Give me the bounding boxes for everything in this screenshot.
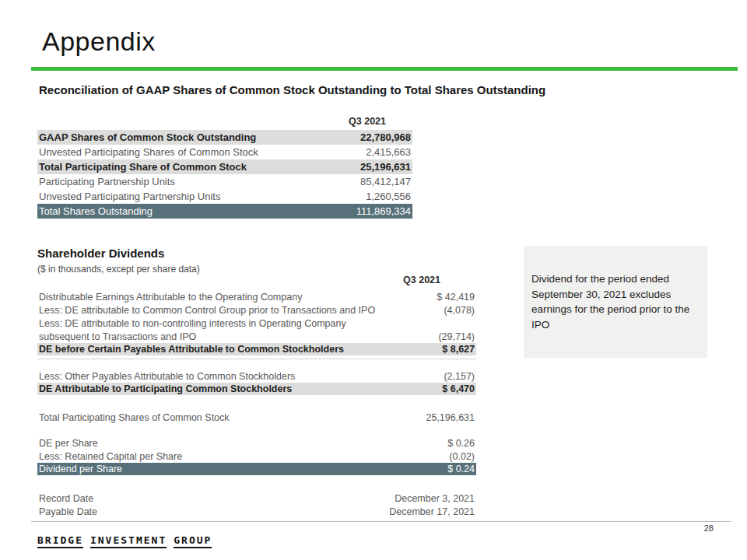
row-value: 2,415,663 xyxy=(366,146,411,158)
row-value: 85,412,147 xyxy=(360,176,411,187)
table-row: Total Participating Shares of Common Sto… xyxy=(37,411,476,424)
table-row: DE per Share $ 0.26 xyxy=(37,436,476,450)
row-value: 25,196,631 xyxy=(426,412,475,423)
table-row: subsequent to Transactions and IPO (29,7… xyxy=(37,330,476,343)
table-row: Total Participating Share of Common Stoc… xyxy=(37,159,412,174)
row-value: 111,869,334 xyxy=(356,205,411,217)
table-row-total: Total Shares Outstanding 111,869,334 xyxy=(37,204,412,219)
row-value: (29,714) xyxy=(438,331,475,342)
logo-word: GROUP xyxy=(174,534,212,548)
row-value: 25,196,631 xyxy=(360,161,411,173)
row-label: Dividend per Share xyxy=(39,464,122,474)
row-label: Less: DE attributable to Common Control … xyxy=(39,305,375,316)
row-value: $ 6,470 xyxy=(442,383,475,394)
dividends-heading: Shareholder Dividends xyxy=(37,247,164,260)
callout-text: Dividend for the period ended September … xyxy=(531,271,696,332)
row-label: Unvested Participating Shares of Common … xyxy=(39,146,258,158)
row-label: Participating Partnership Units xyxy=(39,176,175,187)
row-value: $ 0.26 xyxy=(447,438,475,449)
row-value: December 17, 2021 xyxy=(389,506,475,517)
dividends-table: Q3 2021 Distributable Earnings Attributa… xyxy=(37,275,476,518)
page-title: Appendix xyxy=(42,26,156,57)
table-row-subtotal: DE Attributable to Participating Common … xyxy=(37,383,476,395)
table-row: Payable Date December 17, 2021 xyxy=(37,505,476,518)
accent-divider xyxy=(31,67,738,71)
row-value: $ 0.24 xyxy=(447,464,475,474)
table-row-subtotal: DE before Certain Payables Attributable … xyxy=(37,343,476,355)
company-logo: BRIDGEINVESTMENTGROUP xyxy=(37,534,212,546)
row-separator xyxy=(37,359,476,359)
dividends-note: ($ in thousands, except per share data) xyxy=(37,264,200,275)
row-label: Record Date xyxy=(39,493,93,504)
row-label: subsequent to Transactions and IPO xyxy=(39,331,196,342)
row-value: (2,157) xyxy=(444,371,475,382)
row-value: 1,260,556 xyxy=(366,191,411,202)
row-label: GAAP Shares of Common Stock Outstanding xyxy=(39,131,256,143)
callout-box: Dividend for the period ended September … xyxy=(524,246,707,358)
row-label: Distributable Earnings Attributable to t… xyxy=(39,292,302,303)
reconciliation-heading: Reconciliation of GAAP Shares of Common … xyxy=(39,83,545,96)
column-header: Q3 2021 xyxy=(37,275,476,289)
row-label: Total Participating Share of Common Stoc… xyxy=(39,161,247,173)
row-value: (4,078) xyxy=(444,305,475,316)
table-row: Distributable Earnings Attributable to t… xyxy=(37,290,476,303)
row-value: $ 8,627 xyxy=(442,344,475,355)
table-row: Participating Partnership Units 85,412,1… xyxy=(37,174,412,189)
row-label: DE before Certain Payables Attributable … xyxy=(39,344,344,355)
row-value: December 3, 2021 xyxy=(395,493,475,504)
reconciliation-table: Q3 2021 GAAP Shares of Common Stock Outs… xyxy=(37,116,412,219)
row-label: DE Attributable to Participating Common … xyxy=(39,383,292,394)
table-row: Less: Other Payables Attributable to Com… xyxy=(37,369,476,383)
row-label: DE per Share xyxy=(39,438,98,449)
row-value: 22,780,968 xyxy=(360,131,411,143)
table-row: Less: DE attributable to Common Control … xyxy=(37,303,476,317)
table-row: Unvested Participating Shares of Common … xyxy=(37,145,412,159)
row-label: Less: DE attributable to non-controlling… xyxy=(39,318,346,329)
page-number: 28 xyxy=(704,523,714,533)
row-label: Total Shares Outstanding xyxy=(39,205,153,217)
row-label: Less: Other Payables Attributable to Com… xyxy=(39,371,295,382)
slide: Appendix Reconciliation of GAAP Shares o… xyxy=(0,0,747,560)
table-row: Less: Retained Capital per Share (0.02) xyxy=(37,450,476,463)
table-row: Record Date December 3, 2021 xyxy=(37,492,476,505)
row-value: $ 42,419 xyxy=(437,292,475,303)
row-value: (0.02) xyxy=(449,451,475,462)
table-row: GAAP Shares of Common Stock Outstanding … xyxy=(37,130,412,145)
column-header: Q3 2021 xyxy=(37,116,412,130)
table-row: Less: DE attributable to non-controlling… xyxy=(37,317,476,330)
logo-word: INVESTMENT xyxy=(90,534,167,548)
table-row-total: Dividend per Share $ 0.24 xyxy=(37,463,476,475)
footer-divider xyxy=(31,521,731,522)
table-row: Unvested Participating Partnership Units… xyxy=(37,189,412,204)
logo-word: BRIDGE xyxy=(37,534,83,548)
row-label: Less: Retained Capital per Share xyxy=(39,451,182,462)
row-label: Unvested Participating Partnership Units xyxy=(39,191,220,202)
row-label: Total Participating Shares of Common Sto… xyxy=(39,412,230,423)
row-label: Payable Date xyxy=(39,506,97,517)
